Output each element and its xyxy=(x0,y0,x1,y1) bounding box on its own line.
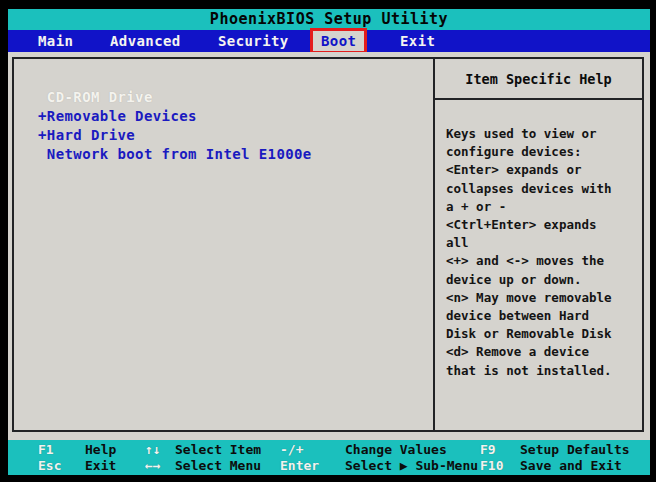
tab-advanced[interactable]: Advanced xyxy=(110,30,181,52)
boot-item-removable-devices[interactable]: +Removable Devices xyxy=(38,107,433,126)
tab-boot[interactable]: Boot xyxy=(313,31,364,51)
key-updown-icon: ↑↓ xyxy=(145,442,161,458)
app-title: PhoenixBIOS Setup Utility xyxy=(210,10,448,28)
main-area: CD-ROM Drive +Removable Devices +Hard Dr… xyxy=(8,52,650,440)
key-esc-label: Exit xyxy=(85,458,116,474)
key-leftright-label: Select Menu xyxy=(175,458,261,474)
help-panel: Item Specific Help Keys used to view or … xyxy=(433,59,642,430)
key-minusplus-label: Change Values xyxy=(345,442,447,458)
key-enter: Enter xyxy=(280,458,319,474)
boot-item-hard-drive[interactable]: +Hard Drive xyxy=(38,126,433,145)
key-legend-row-2: Esc Exit ←→ Select Menu Enter Select ▶ S… xyxy=(8,458,650,474)
key-updown-label: Select Item xyxy=(175,442,261,458)
key-legend-bar: F1 Help ↑↓ Select Item -/+ Change Values… xyxy=(8,440,650,475)
tab-exit[interactable]: Exit xyxy=(400,30,435,52)
boot-item-network-boot[interactable]: Network boot from Intel E1000e xyxy=(38,145,433,164)
menu-bar: Main Advanced Security Boot Exit xyxy=(8,30,650,52)
title-bar: PhoenixBIOS Setup Utility xyxy=(8,9,650,30)
help-panel-title: Item Specific Help xyxy=(435,59,642,100)
key-minusplus: -/+ xyxy=(280,442,303,458)
key-f9-label: Setup Defaults xyxy=(520,442,630,458)
key-esc: Esc xyxy=(38,458,61,474)
key-f1: F1 xyxy=(38,442,54,458)
boot-item-cdrom-drive[interactable]: CD-ROM Drive xyxy=(38,88,433,107)
key-f10: F10 xyxy=(480,458,503,474)
key-f9: F9 xyxy=(480,442,496,458)
bios-screen: PhoenixBIOS Setup Utility Main Advanced … xyxy=(8,0,650,475)
boot-device-list: CD-ROM Drive +Removable Devices +Hard Dr… xyxy=(14,59,433,430)
boot-tab-annotation: Boot xyxy=(310,28,367,54)
key-legend-row-1: F1 Help ↑↓ Select Item -/+ Change Values… xyxy=(8,442,650,458)
key-f10-label: Save and Exit xyxy=(520,458,622,474)
key-enter-label: Select ▶ Sub-Menu xyxy=(345,458,478,474)
key-leftright-icon: ←→ xyxy=(145,458,161,474)
content-frame: CD-ROM Drive +Removable Devices +Hard Dr… xyxy=(12,57,644,432)
key-f1-label: Help xyxy=(85,442,116,458)
tab-security[interactable]: Security xyxy=(218,30,289,52)
tab-main[interactable]: Main xyxy=(38,30,73,52)
help-panel-text: Keys used to view or configure devices: … xyxy=(435,100,642,380)
